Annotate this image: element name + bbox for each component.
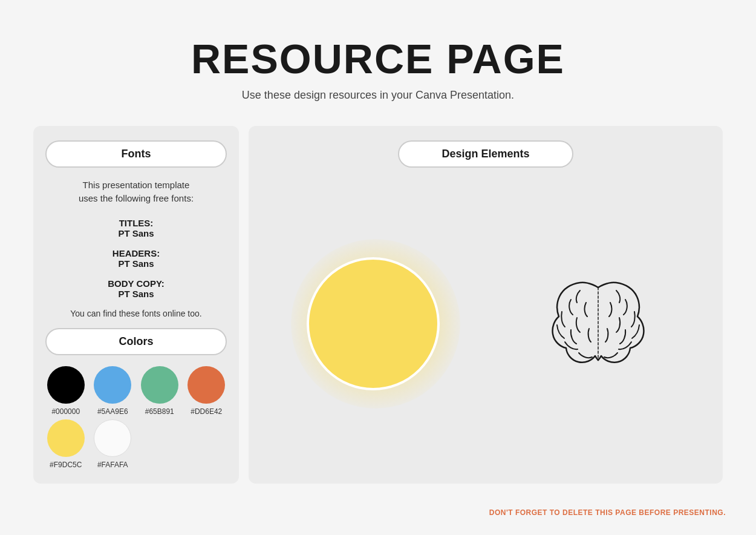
colors-section-header: Colors — [45, 328, 227, 355]
color-swatch-white — [94, 419, 131, 457]
color-item-blue: #5AA9E6 — [93, 366, 134, 416]
font-headers: HEADERS: PT Sans — [45, 248, 227, 269]
footer-warning: DON'T FORGET TO DELETE THIS PAGE BEFORE … — [489, 508, 726, 517]
brain-illustration — [532, 257, 665, 390]
design-elements-header: Design Elements — [398, 140, 573, 168]
fonts-description: This presentation template uses the foll… — [45, 179, 227, 206]
fonts-section-header: Fonts — [45, 140, 227, 168]
color-swatch-black — [47, 366, 85, 404]
right-panel: Design Elements — [249, 126, 723, 484]
color-item-white: #FAFAFA — [93, 419, 134, 469]
color-item-green: #65B891 — [139, 366, 180, 416]
colors-grid-row2: #F9DC5C #FAFAFA — [45, 419, 227, 469]
color-swatch-blue — [94, 366, 131, 404]
color-swatch-orange — [187, 366, 225, 404]
color-swatch-green — [141, 366, 178, 404]
left-panel: Fonts This presentation template uses th… — [33, 126, 239, 484]
colors-grid-row1: #000000 #5AA9E6 #65B891 #DD6E42 — [45, 366, 227, 416]
font-titles: TITLES: PT Sans — [45, 218, 227, 238]
main-content: Fonts This presentation template uses th… — [33, 126, 723, 484]
yellow-circle-element — [307, 257, 440, 390]
color-swatch-yellow — [47, 419, 85, 457]
find-fonts-text: You can find these fonts online too. — [45, 309, 227, 318]
color-item-orange: #DD6E42 — [186, 366, 227, 416]
color-item-yellow: #F9DC5C — [45, 419, 86, 469]
page-title: RESOURCE PAGE — [191, 36, 565, 82]
color-item-black: #000000 — [45, 366, 86, 416]
design-elements-area — [261, 179, 711, 469]
page-header: RESOURCE PAGE Use these design resources… — [191, 36, 565, 102]
font-body: BODY COPY: PT Sans — [45, 278, 227, 299]
page-subtitle: Use these design resources in your Canva… — [191, 89, 565, 102]
